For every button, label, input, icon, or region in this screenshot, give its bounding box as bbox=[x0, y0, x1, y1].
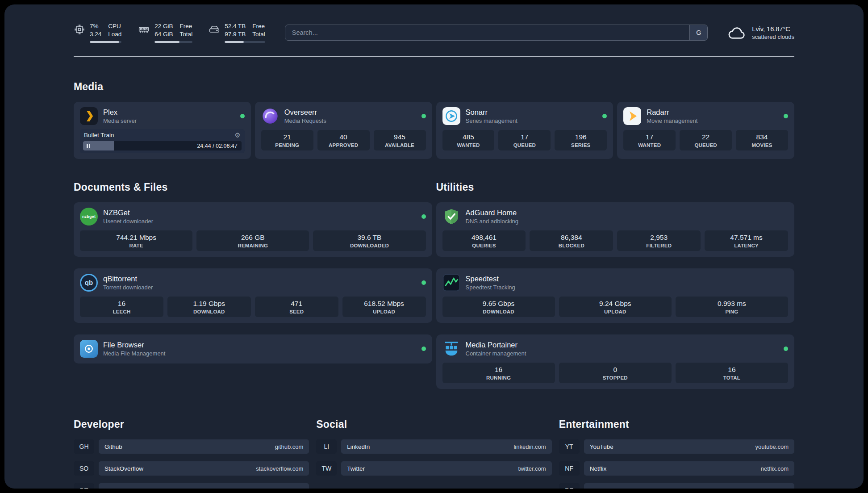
bookmark-abbr: GH bbox=[74, 439, 94, 454]
service-title: NZBGet bbox=[103, 209, 153, 217]
stat-tile: 945 AVAILABLE bbox=[374, 130, 426, 150]
playback-progress-bar[interactable]: 24:44 / 02:06:47 bbox=[83, 141, 242, 150]
weather-condition: scattered clouds bbox=[752, 33, 794, 40]
stat-tile: 834 MOVIES bbox=[736, 130, 788, 150]
stat-tile: 22 QUEUED bbox=[680, 130, 732, 150]
plex-now-playing: Bullet Train ⚙ 24:44 / 02:06:47 bbox=[80, 129, 245, 153]
bookmark-name: DEV bbox=[104, 487, 117, 489]
service-card-sonarr[interactable]: Sonarr Series management 485 WANTED 17 Q… bbox=[436, 102, 613, 159]
service-title: Overseerr bbox=[284, 108, 326, 117]
filebrowser-icon bbox=[80, 340, 98, 358]
nzbget-icon: nzbget bbox=[80, 208, 98, 226]
bookmarks-social: Social LI LinkedIn linkedin.com TW Twitt… bbox=[316, 418, 551, 489]
section-utilities: Utilities AdGuard Home bbox=[436, 181, 795, 389]
status-dot bbox=[421, 280, 426, 285]
service-card-overseerr[interactable]: Overseerr Media Requests 21 PENDING 40 A… bbox=[255, 102, 432, 159]
bookmark-twitter[interactable]: TW Twitter twitter.com bbox=[316, 461, 551, 476]
disk-widget: 52.4 TB97.9 TB FreeTotal bbox=[209, 22, 265, 43]
pause-icon[interactable] bbox=[87, 144, 90, 148]
memory-widget: 22 GiB64 GiB FreeTotal bbox=[138, 22, 192, 43]
status-dot bbox=[421, 347, 426, 351]
status-dot bbox=[784, 347, 788, 351]
adguard-icon bbox=[442, 208, 460, 226]
cloud-icon bbox=[727, 25, 747, 40]
service-title: Radarr bbox=[647, 108, 697, 117]
bookmark-domain: reddit.com bbox=[761, 487, 789, 489]
service-title: Plex bbox=[103, 108, 137, 117]
service-card-filebrowser[interactable]: File Browser Media File Management bbox=[74, 334, 432, 363]
search-provider-button[interactable]: G bbox=[689, 25, 707, 40]
service-card-speedtest[interactable]: Speedtest Speedtest Tracking 9.65 Gbps D… bbox=[436, 268, 795, 323]
portainer-icon bbox=[442, 340, 460, 358]
service-card-plex[interactable]: Plex Media server Bullet Train ⚙ 24:44 /… bbox=[74, 102, 251, 159]
bookmark-reddit[interactable]: RE Reddit reddit.com bbox=[559, 483, 794, 489]
stat-tile: 16 LEECH bbox=[80, 297, 163, 317]
status-dot bbox=[421, 214, 426, 219]
service-subtitle: Media Requests bbox=[284, 117, 326, 124]
status-dot bbox=[784, 114, 788, 118]
service-card-portainer[interactable]: Media Portainer Container management 16 … bbox=[436, 334, 795, 389]
settings-gear-icon[interactable]: ⚙ bbox=[234, 132, 240, 138]
top-bar: 7%3.24 CPULoad bbox=[74, 4, 794, 43]
stat-tile: 17 QUEUED bbox=[498, 130, 551, 150]
memory-labels: FreeTotal bbox=[180, 22, 193, 38]
sonarr-icon bbox=[442, 107, 460, 125]
stat-tile: 9.65 Gbps DOWNLOAD bbox=[442, 297, 555, 317]
bookmark-linkedin[interactable]: LI LinkedIn linkedin.com bbox=[316, 439, 551, 454]
stat-tile: 1.19 Gbps DOWNLOAD bbox=[167, 297, 251, 317]
memory-usage-bar bbox=[154, 41, 192, 43]
bookmark-name: LinkedIn bbox=[347, 443, 370, 450]
stat-tile: 498,461 QUERIES bbox=[442, 230, 526, 251]
section-title-media: Media bbox=[74, 81, 794, 93]
stat-tile: 744.21 Mbps RATE bbox=[80, 230, 192, 251]
bookmark-name: Github bbox=[104, 443, 122, 450]
stat-tile: 16 TOTAL bbox=[676, 363, 788, 383]
bookmark-domain: github.com bbox=[275, 443, 304, 450]
stat-tile: 39.6 TB DOWNLOADED bbox=[313, 230, 426, 251]
section-title-developer: Developer bbox=[74, 418, 309, 430]
bookmark-dev[interactable]: DT DEV dev.to bbox=[74, 483, 309, 489]
bookmark-domain: netflix.com bbox=[761, 465, 789, 472]
weather-widget: Lviv, 16.87°C scattered clouds bbox=[727, 25, 794, 40]
stat-tile: 16 RUNNING bbox=[442, 363, 555, 383]
stat-tile: 0.993 ms PING bbox=[676, 297, 788, 317]
stat-tile: 21 PENDING bbox=[261, 130, 313, 150]
bookmark-youtube[interactable]: YT YouTube youtube.com bbox=[559, 439, 794, 454]
service-subtitle: Media server bbox=[103, 117, 137, 124]
service-title: Speedtest bbox=[466, 275, 515, 283]
qbittorrent-icon: qb bbox=[80, 274, 98, 292]
bookmark-netflix[interactable]: NF Netflix netflix.com bbox=[559, 461, 794, 476]
service-card-adguard[interactable]: AdGuard Home DNS and adblocking 498,461 … bbox=[436, 202, 795, 257]
cpu-labels: CPULoad bbox=[108, 22, 121, 38]
bookmark-name: Reddit bbox=[590, 487, 607, 489]
stat-tile: 471 SEED bbox=[255, 297, 338, 317]
cpu-usage-bar bbox=[90, 41, 121, 43]
stat-tile: 40 APPROVED bbox=[317, 130, 370, 150]
plex-icon bbox=[80, 107, 98, 125]
bookmark-abbr: RE bbox=[559, 483, 580, 489]
bookmark-abbr: TW bbox=[316, 461, 337, 476]
disk-values: 52.4 TB97.9 TB bbox=[225, 22, 246, 38]
header-divider bbox=[74, 56, 794, 57]
bookmark-domain: youtube.com bbox=[755, 443, 789, 450]
section-title-documents: Documents & Files bbox=[74, 181, 432, 193]
bookmark-name: Netflix bbox=[590, 465, 607, 472]
radarr-icon bbox=[623, 107, 641, 125]
service-card-qbittorrent[interactable]: qb qBittorrent Torrent downloader 16 LEE… bbox=[74, 268, 432, 323]
service-subtitle: Series management bbox=[466, 117, 517, 124]
service-title: qBittorrent bbox=[103, 275, 153, 283]
stat-tile: 2,953 FILTERED bbox=[617, 230, 701, 251]
service-subtitle: Speedtest Tracking bbox=[466, 284, 515, 291]
service-card-radarr[interactable]: Radarr Movie management 17 WANTED 22 QUE… bbox=[617, 102, 794, 159]
section-media: Media Plex Media server bbox=[74, 81, 794, 159]
service-subtitle: Media File Management bbox=[103, 350, 165, 357]
speedtest-icon bbox=[442, 274, 460, 292]
dashboard-panel: 7%3.24 CPULoad bbox=[4, 4, 864, 489]
bookmark-github[interactable]: GH Github github.com bbox=[74, 439, 309, 454]
stat-tile: 17 WANTED bbox=[623, 130, 676, 150]
bookmark-stackoverflow[interactable]: SO StackOverflow stackoverflow.com bbox=[74, 461, 309, 476]
disk-labels: FreeTotal bbox=[252, 22, 265, 38]
service-card-nzbget[interactable]: nzbget NZBGet Usenet downloader 744.21 M… bbox=[74, 202, 432, 257]
service-subtitle: Container management bbox=[466, 350, 526, 357]
search-input[interactable] bbox=[285, 25, 690, 40]
